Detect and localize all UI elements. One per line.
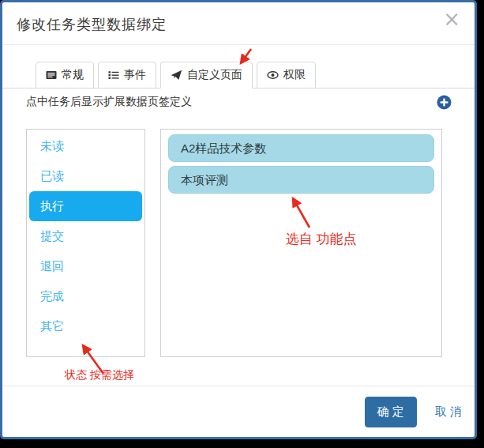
tab-label: 自定义页面	[187, 68, 242, 82]
status-item-return[interactable]: 退回	[29, 251, 142, 281]
cancel-button[interactable]: 取 消	[435, 405, 462, 420]
tab-label: 权限	[283, 68, 306, 82]
dialog-title: 修改任务类型数据绑定	[17, 15, 167, 34]
status-item-unread[interactable]: 未读	[29, 131, 142, 161]
tab-label: 常规	[62, 68, 84, 82]
annotation-status-note: 状态 按需选择	[65, 368, 134, 382]
tab-general[interactable]: 常规	[36, 62, 94, 88]
close-icon[interactable]: ×	[443, 9, 460, 29]
status-item-complete[interactable]: 完成	[29, 281, 142, 311]
status-item-other[interactable]: 其它	[29, 311, 142, 341]
status-list: 未读 已读 执行 提交 退回 完成 其它	[26, 129, 145, 357]
page-pill[interactable]: 本项评测	[168, 166, 434, 194]
status-item-execute[interactable]: 执行	[29, 191, 142, 221]
tab-permissions[interactable]: 权限	[257, 62, 316, 88]
tab-bar: 常规 事件 自定义页面 权限	[2, 62, 475, 88]
status-item-submit[interactable]: 提交	[29, 221, 142, 251]
eye-icon	[267, 70, 279, 81]
binding-panels: 未读 已读 执行 提交 退回 完成 其它 A2样品技术参数 本项评测	[26, 129, 442, 357]
screenshot-stage: 修改任务类型数据绑定 × 常规 事件 自定义页面	[0, 0, 484, 448]
ok-button[interactable]: 确 定	[365, 397, 417, 427]
section-label: 点中任务后显示扩展数据页签定义	[26, 95, 192, 109]
plus-circle-icon[interactable]	[437, 94, 452, 110]
annotation-pages-note: 选自 功能点	[286, 230, 357, 248]
tab-events[interactable]: 事件	[98, 62, 156, 88]
dialog-header: 修改任务类型数据绑定 ×	[2, 2, 475, 45]
tab-label: 事件	[124, 68, 146, 82]
dialog-footer: 确 定 取 消	[2, 386, 475, 437]
tab-custom-page[interactable]: 自定义页面	[160, 62, 253, 88]
form-icon	[46, 70, 57, 81]
list-icon	[108, 70, 119, 81]
status-item-read[interactable]: 已读	[29, 161, 142, 191]
paper-plane-icon	[171, 70, 182, 81]
section-header: 点中任务后显示扩展数据页签定义	[26, 94, 452, 110]
page-pill[interactable]: A2样品技术参数	[168, 134, 434, 162]
